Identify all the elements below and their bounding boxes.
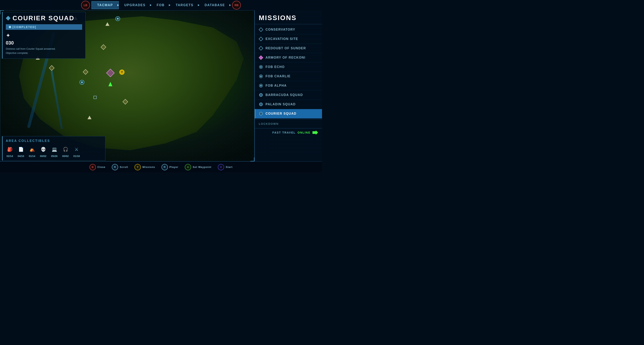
fob-charlie-icon bbox=[259, 74, 263, 78]
missions-title: MISSIONS bbox=[259, 14, 296, 21]
r-button-scroll[interactable]: R bbox=[112, 164, 118, 170]
audio-icon: 🎧 bbox=[62, 145, 70, 153]
mission-info-panel: COURIER SQUAD [COMPLETED] 030 Distress c… bbox=[2, 12, 86, 59]
diamond-marker-left bbox=[49, 65, 54, 71]
weapon-icon: ⚔ bbox=[72, 145, 80, 153]
courier-icon bbox=[259, 111, 263, 116]
skull-icon: 💀 bbox=[39, 145, 47, 153]
collectible-weapon: ⚔ 01/18 bbox=[72, 145, 80, 158]
fob-alpha-icon bbox=[259, 83, 263, 88]
marker-bottom-triangle[interactable] bbox=[88, 116, 92, 119]
marker-upper-center[interactable] bbox=[106, 22, 110, 26]
bottom-control-bar: B Close R Scroll Y Missions R Player A S… bbox=[0, 161, 322, 172]
lockdown-section: LOCKDOWN bbox=[255, 119, 322, 128]
mission-item-armory[interactable]: ARMORY OF RECKONI bbox=[255, 53, 322, 62]
rb-button[interactable]: RB bbox=[232, 1, 241, 9]
excavation-icon bbox=[259, 37, 263, 41]
squad-icon-barracuda bbox=[259, 93, 263, 97]
collectibles-title: AREA COLLECTIBLES bbox=[6, 139, 102, 143]
mission-item-redoubt[interactable]: REDOUBT OF SUNDER bbox=[255, 44, 322, 53]
mission-description-line1: Distress call from Courier Squad answere… bbox=[2, 47, 85, 51]
redoubt-icon bbox=[259, 46, 263, 50]
collectible-audio: 🎧 00/02 bbox=[62, 145, 70, 158]
control-player: R Player bbox=[162, 164, 178, 170]
mission-item-fob-echo[interactable]: FOB ECHO bbox=[255, 62, 322, 72]
diamond-icon-excavation bbox=[259, 37, 263, 41]
mission-title: COURIER SQUAD bbox=[12, 14, 74, 22]
circle-icon-fob-echo bbox=[259, 65, 263, 69]
x-button-start[interactable]: X bbox=[218, 164, 224, 170]
collectibles-panel: AREA COLLECTIBLES 🎒 02/14 📄 04/10 ⛺ 01/1… bbox=[2, 136, 106, 161]
control-scroll: R Scroll bbox=[112, 164, 128, 170]
marker-center-square[interactable] bbox=[94, 96, 97, 99]
a-button-waypoint[interactable]: A bbox=[185, 164, 191, 170]
control-start: X Start bbox=[218, 164, 233, 170]
squad-icon-paladin bbox=[259, 102, 263, 106]
b-button-close[interactable]: B bbox=[90, 164, 96, 170]
collectible-base: ⛺ 01/14 bbox=[28, 145, 36, 158]
y-button-missions[interactable]: Y bbox=[134, 164, 141, 170]
mission-name-barracuda: BARRACUDA SQUAD bbox=[266, 93, 303, 97]
circle-icon-fob-charlie bbox=[259, 74, 263, 78]
barracuda-icon bbox=[259, 93, 263, 97]
document-icon: 📄 bbox=[17, 145, 25, 153]
corner-decoration-br bbox=[250, 157, 254, 161]
mission-item-fob-charlie[interactable]: FOB CHARLIE bbox=[255, 72, 322, 81]
fast-travel-status: ONLINE bbox=[298, 131, 310, 134]
skull-count: 00/02 bbox=[40, 155, 46, 158]
fob-echo-icon bbox=[259, 65, 263, 69]
player-position bbox=[108, 82, 112, 86]
terminal-count: 05/26 bbox=[51, 155, 58, 158]
circle-marker-mid bbox=[80, 80, 84, 85]
nav-item-upgrades[interactable]: UPGRADES bbox=[119, 1, 151, 9]
diamond-marker-active bbox=[106, 69, 114, 77]
nav-item-tacmap[interactable]: TACMAP bbox=[92, 1, 119, 9]
marker-mid-left-circle[interactable] bbox=[80, 80, 84, 85]
mission-number: 030 bbox=[2, 40, 85, 47]
mission-item-courier[interactable]: COURIER SQUAD bbox=[255, 109, 322, 118]
collectible-skull: 💀 00/02 bbox=[39, 145, 47, 158]
mission-item-paladin[interactable]: PALADIN SQUAD bbox=[255, 100, 322, 109]
nav-item-targets[interactable]: TARGETS bbox=[170, 1, 199, 9]
nav-item-database[interactable]: DATABASE bbox=[199, 1, 231, 9]
lb-button[interactable]: LB bbox=[81, 1, 90, 9]
nav-item-fob[interactable]: FOB bbox=[151, 1, 170, 9]
missions-label: Missions bbox=[142, 166, 155, 169]
completed-badge: [COMPLETED] bbox=[6, 24, 82, 30]
y-button-marker[interactable]: Y bbox=[119, 69, 124, 75]
marker-mid-top[interactable] bbox=[102, 45, 106, 49]
circle-icon-fob-alpha bbox=[259, 84, 263, 87]
marker-left-diamond[interactable] bbox=[50, 66, 54, 70]
mission-item-excavation[interactable]: EXCAVATION SITE bbox=[255, 34, 322, 44]
marker-center-left[interactable] bbox=[84, 70, 88, 74]
mission-name-paladin: PALADIN SQUAD bbox=[266, 102, 296, 106]
mission-item-conservatory[interactable]: CONSERVATORY bbox=[255, 25, 322, 34]
marker-top-right[interactable] bbox=[115, 16, 120, 21]
mission-item-barracuda[interactable]: BARRACUDA SQUAD bbox=[255, 90, 322, 100]
close-label: Close bbox=[98, 166, 106, 169]
collectible-terminal: 💻 05/26 bbox=[50, 145, 58, 158]
mission-name-redoubt: REDOUBT OF SUNDER bbox=[266, 46, 306, 50]
mission-emblem bbox=[2, 30, 85, 40]
missions-list: CONSERVATORY EXCAVATION SITE REDOUBT OF … bbox=[255, 24, 322, 119]
missions-panel: MISSIONS CONSERVATORY EXCAVATION SITE RE… bbox=[254, 10, 322, 161]
control-waypoint: A Set Waypoint bbox=[185, 164, 212, 170]
mission-item-fob-alpha[interactable]: FOB ALPHA bbox=[255, 81, 322, 90]
squad-icon-courier bbox=[259, 112, 263, 115]
mission-name-excavation: EXCAVATION SITE bbox=[266, 37, 298, 41]
top-navigation: LB TACMAP UPGRADES FOB TARGETS DATABASE … bbox=[0, 0, 322, 10]
diamond-marker-right bbox=[122, 99, 128, 104]
base-count: 01/14 bbox=[29, 155, 36, 158]
marker-active-center[interactable] bbox=[108, 70, 113, 76]
r-button-player[interactable]: R bbox=[162, 164, 168, 170]
mission-name-fob-echo: FOB ECHO bbox=[266, 65, 284, 69]
backpack-count: 02/14 bbox=[6, 155, 13, 158]
mission-title-row: COURIER SQUAD bbox=[2, 12, 85, 24]
player-label: Player bbox=[170, 166, 178, 169]
marker-right-diamond[interactable] bbox=[123, 100, 127, 104]
circle-marker-top bbox=[115, 16, 120, 21]
mission-name-armory: ARMORY OF RECKONI bbox=[266, 56, 306, 59]
lockdown-label: LOCKDOWN bbox=[259, 122, 279, 125]
conservatory-icon bbox=[259, 27, 263, 32]
square-marker bbox=[94, 96, 97, 99]
